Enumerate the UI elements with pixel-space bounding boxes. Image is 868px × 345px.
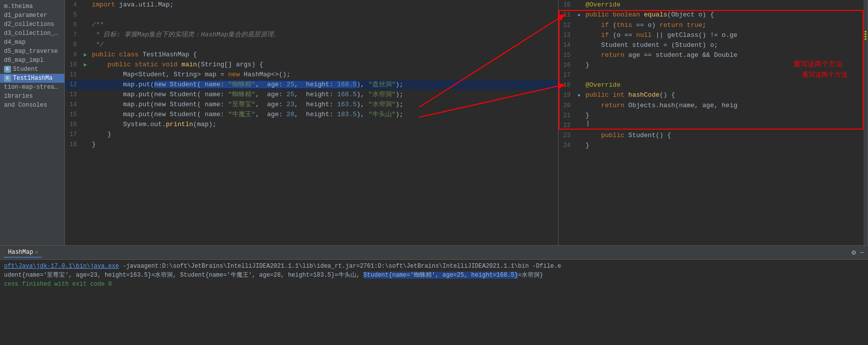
class-icon-test1hashmap: C: [4, 75, 11, 82]
right-code-line-20: 20 return Objects.hash(name, age, heig: [559, 101, 868, 111]
line-num-12: 12: [65, 80, 81, 90]
line-content-11: Map<Student, String> map = new HashMap<>…: [90, 70, 558, 80]
gutter-9: ▶: [81, 50, 90, 60]
sidebar-item-libraries[interactable]: ibraries: [0, 92, 64, 101]
code-line-16: 16 System.out.println(map);: [65, 120, 558, 130]
sidebar-item-mtheima[interactable]: m.theima: [0, 2, 64, 11]
console-line-4: cess finished with exit code 0: [4, 280, 864, 289]
right-code-line-21: 21 }: [559, 111, 868, 121]
left-code-area: 4 import java.util.Map; 5 6 /**: [65, 0, 558, 245]
console-highlight-student: Student{name='蜘蛛精', age=25, height=168.5…: [363, 272, 518, 279]
minimize-icon-btn[interactable]: −: [860, 249, 864, 257]
right-line-num-20: 20: [559, 101, 575, 111]
code-line-15: 15 map.put(new Student( name: "牛魔王", age…: [65, 110, 558, 120]
code-line-4: 4 import java.util.Map;: [65, 0, 558, 10]
right-code-line-18: 18 @Override: [559, 80, 868, 90]
scroll-marker-3: [865, 36, 867, 37]
line-num-17: 17: [65, 130, 81, 140]
class-icon-student: C: [4, 66, 11, 73]
sidebar-item-d2[interactable]: d2_collections: [0, 20, 64, 29]
right-line-content-15: return age == student.age && Double: [583, 50, 866, 60]
console-java-path[interactable]: oft\Java\jdk-17.0.1\bin\java.exe: [4, 263, 119, 270]
sidebar-item-d5[interactable]: d5_map_traverse: [0, 47, 64, 56]
line-content-13: map.put(new Student( name: "蜘蛛精", age: 2…: [90, 90, 558, 100]
line-content-12: map.put(new Student( name: "蜘蛛精", age: 2…: [90, 80, 558, 90]
line-content-10: public static void main(String[] args) {: [90, 60, 558, 70]
run-icon-10[interactable]: ▶: [84, 60, 87, 70]
gutter-10: ▶: [81, 60, 90, 70]
right-line-content-11: public boolean equals(Object o) {: [583, 10, 868, 20]
line-num-8: 8: [65, 40, 81, 50]
right-line-num-18: 18: [559, 80, 575, 90]
right-line-num-22: 22: [559, 121, 575, 131]
line-num-6: 6: [65, 20, 81, 30]
bottom-tabs: HashMap ✕ ⚙ −: [0, 246, 868, 260]
bookmark-icon-11: ●: [578, 10, 580, 20]
right-code-line-10: 10 @Override: [559, 0, 868, 10]
sidebar-item-d4[interactable]: d4_map: [0, 38, 64, 47]
console-output-after: =水帘洞}: [518, 272, 543, 279]
right-line-content-18: @Override: [583, 80, 868, 90]
tab-close-btn[interactable]: ✕: [35, 249, 38, 255]
gear-icon-btn[interactable]: ⚙: [852, 248, 856, 257]
scroll-marker-4: [865, 38, 867, 40]
right-line-num-21: 21: [559, 111, 575, 121]
code-line-5: 5: [65, 10, 558, 20]
right-code-area: 10 @Override 11 ● public boolean equals(…: [559, 0, 868, 245]
line-num-7: 7: [65, 30, 81, 40]
sidebar-item-consoles[interactable]: and Consoles: [0, 101, 64, 110]
sidebar-item-test1hashmap[interactable]: C Test1HashMa: [0, 74, 64, 83]
annotation-label: 重写这两个方法: [802, 70, 848, 80]
code-line-7: 7 * 目标: 掌握Map集合下的实现类：HashMap集合的底层原理。: [65, 30, 558, 40]
line-content-16: System.out.println(map);: [90, 120, 558, 130]
right-code-line-19: 19 ● public int hashCode() {: [559, 90, 868, 101]
cursor-indicator: |: [586, 120, 590, 127]
right-code-line-17: 17 重写这两个方法: [559, 70, 868, 80]
bottom-panel: HashMap ✕ ⚙ − oft\Java\jdk-17.0.1\bin\ja…: [0, 245, 868, 345]
right-line-num-14: 14: [559, 40, 575, 50]
line-content-18: }: [90, 140, 558, 150]
line-num-16: 16: [65, 120, 81, 130]
right-line-num-11: 11: [559, 10, 575, 20]
line-num-14: 14: [65, 100, 81, 110]
scrollbar-strip[interactable]: [864, 0, 868, 245]
right-line-num-13: 13: [559, 30, 575, 40]
sidebar-item-d6[interactable]: d6_map_impl: [0, 56, 64, 65]
right-line-content-21: }: [583, 111, 868, 121]
right-line-content-22: [583, 121, 868, 131]
code-line-8: 8 */: [65, 40, 558, 50]
tab-hashmap[interactable]: HashMap ✕: [4, 248, 42, 258]
sidebar-item-tion[interactable]: tion-map-stream-: [0, 83, 64, 92]
run-icon-9[interactable]: ▶: [84, 50, 87, 60]
right-code-line-13: 13 if (o == null || getClass() != o.ge: [559, 30, 868, 40]
console-output-before: udent{name='至尊宝', age=23, height=163.5}=…: [4, 272, 363, 279]
left-editor-pane: 4 import java.util.Map; 5 6 /**: [65, 0, 559, 245]
right-line-num-15: 15: [559, 50, 575, 60]
sidebar-item-student[interactable]: C Student: [0, 65, 64, 74]
line-content-15: map.put(new Student( name: "牛魔王", age: 2…: [90, 110, 558, 120]
code-line-17: 17 }: [65, 130, 558, 140]
tab-hashmap-label: HashMap: [8, 249, 33, 256]
right-line-content-24: }: [583, 141, 868, 151]
line-content-17: }: [90, 130, 558, 140]
code-line-13: 13 map.put(new Student( name: "蜘蛛精", age…: [65, 90, 558, 100]
line-num-13: 13: [65, 90, 81, 100]
code-line-12: 12 map.put(new Student( name: "蜘蛛精", age…: [65, 80, 558, 90]
right-line-num-24: 24: [559, 141, 575, 151]
line-content-6: /**: [90, 20, 558, 30]
line-content-5: [90, 10, 558, 20]
line-content-7: * 目标: 掌握Map集合下的实现类：HashMap集合的底层原理。: [90, 30, 558, 40]
right-line-content-16: }: [583, 60, 868, 70]
sidebar-item-d1[interactable]: d1_parameter: [0, 11, 64, 20]
right-code-line-22: 22: [559, 121, 868, 131]
sidebar-item-d3[interactable]: d3_collection_te: [0, 29, 64, 38]
editors-area: 4 import java.util.Map; 5 6 /**: [65, 0, 868, 245]
right-code-line-16: 16 }: [559, 60, 868, 70]
line-num-10: 10: [65, 60, 81, 70]
right-line-content-19: public int hashCode() {: [583, 90, 868, 100]
line-num-15: 15: [65, 110, 81, 120]
right-gutter-19: ●: [575, 91, 583, 101]
right-code-line-12: 12 if (this == o) return true;: [559, 20, 868, 30]
code-line-11: 11 Map<Student, String> map = new HashMa…: [65, 70, 558, 80]
right-line-num-19: 19: [559, 90, 575, 100]
